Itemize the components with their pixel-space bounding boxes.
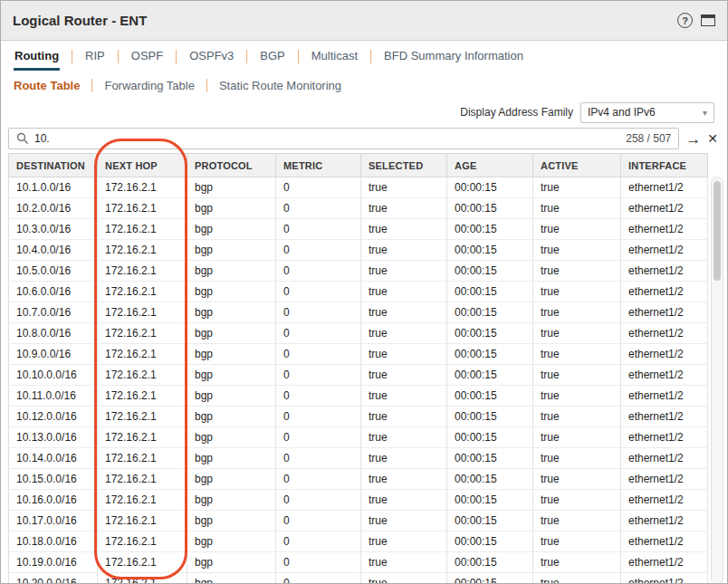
table-cell: 172.16.2.1 (98, 490, 187, 511)
table-row[interactable]: 10.17.0.0/16172.16.2.1bgp0true00:00:15tr… (9, 511, 708, 531)
table-cell: 172.16.2.1 (98, 240, 187, 261)
subtab-route-table[interactable]: Route Table (14, 79, 80, 92)
table-cell: 00:00:15 (447, 219, 533, 240)
tab-ospfv3[interactable]: OSPFv3 (188, 42, 235, 71)
table-row[interactable]: 10.10.0.0/16172.16.2.1bgp0true00:00:15tr… (9, 365, 708, 386)
table-row[interactable]: 10.5.0.0/16172.16.2.1bgp0true00:00:15tru… (9, 261, 708, 282)
table-row[interactable]: 10.1.0.0/16172.16.2.1bgp0true00:00:15tru… (9, 177, 708, 198)
table-cell: 0 (276, 573, 361, 584)
table-cell: bgp (187, 573, 276, 584)
clear-filter-icon[interactable]: ✕ (707, 132, 720, 145)
tab-bgp[interactable]: BGP (259, 42, 285, 71)
table-cell: bgp (187, 552, 276, 573)
table-row[interactable]: 10.20.0.0/16172.16.2.1bgp0true00:00:15tr… (9, 573, 708, 584)
table-cell: bgp (187, 198, 276, 219)
table-cell: 00:00:15 (447, 344, 533, 365)
table-cell: true (361, 261, 447, 282)
column-header-interface[interactable]: INTERFACE (621, 154, 708, 177)
table-cell: ethernet1/2 (621, 448, 708, 469)
table-row[interactable]: 10.14.0.0/16172.16.2.1bgp0true00:00:15tr… (9, 448, 708, 469)
table-row[interactable]: 10.16.0.0/16172.16.2.1bgp0true00:00:15tr… (9, 490, 708, 511)
table-cell: 172.16.2.1 (98, 386, 187, 407)
table-cell: true (533, 365, 621, 386)
table-cell: 10.14.0.0/16 (9, 448, 98, 469)
table-row[interactable]: 10.9.0.0/16172.16.2.1bgp0true00:00:15tru… (9, 344, 708, 365)
table-row[interactable]: 10.13.0.0/16172.16.2.1bgp0true00:00:15tr… (9, 427, 708, 448)
table-cell: 172.16.2.1 (98, 573, 187, 584)
table-cell: 00:00:15 (447, 177, 533, 198)
tab-multicast[interactable]: Multicast (311, 42, 359, 71)
tab-bfd-summary-information[interactable]: BFD Summary Information (383, 42, 524, 71)
table-cell: true (533, 427, 621, 448)
table-cell: 0 (276, 302, 361, 323)
table-row[interactable]: 10.6.0.0/16172.16.2.1bgp0true00:00:15tru… (9, 282, 708, 302)
column-header-protocol[interactable]: PROTOCOL (187, 154, 276, 177)
table-cell: true (533, 407, 621, 427)
tab-separator (370, 50, 371, 63)
column-header-selected[interactable]: SELECTED (361, 154, 447, 177)
table-cell: 172.16.2.1 (98, 511, 187, 531)
table-cell: 0 (276, 219, 361, 240)
table-cell: bgp (187, 427, 276, 448)
table-cell: 172.16.2.1 (98, 302, 187, 323)
table-row[interactable]: 10.3.0.0/16172.16.2.1bgp0true00:00:15tru… (9, 219, 708, 240)
table-cell: 0 (276, 427, 361, 448)
table-cell: ethernet1/2 (621, 427, 708, 448)
table-cell: 00:00:15 (447, 386, 533, 407)
table-row[interactable]: 10.18.0.0/16172.16.2.1bgp0true00:00:15tr… (9, 531, 708, 552)
tab-rip[interactable]: RIP (84, 42, 106, 71)
column-header-age[interactable]: AGE (447, 154, 533, 177)
table-cell: ethernet1/2 (621, 490, 708, 511)
tab-ospf[interactable]: OSPF (130, 42, 164, 71)
table-cell: bgp (187, 344, 276, 365)
table-cell: bgp (187, 531, 276, 552)
vertical-scrollbar[interactable] (711, 177, 723, 584)
search-input[interactable] (34, 132, 620, 145)
table-cell: 10.7.0.0/16 (9, 302, 98, 323)
column-header-metric[interactable]: METRIC (276, 154, 361, 177)
table-cell: true (533, 552, 621, 573)
table-row[interactable]: 10.19.0.0/16172.16.2.1bgp0true00:00:15tr… (9, 552, 708, 573)
table-row[interactable]: 10.8.0.0/16172.16.2.1bgp0true00:00:15tru… (9, 323, 708, 344)
table-cell: 00:00:15 (447, 531, 533, 552)
table-row[interactable]: 10.11.0.0/16172.16.2.1bgp0true00:00:15tr… (9, 386, 708, 407)
table-cell: 00:00:15 (447, 511, 533, 531)
column-header-next-hop[interactable]: NEXT HOP (98, 154, 187, 177)
table-cell: true (533, 219, 621, 240)
help-icon[interactable]: ? (677, 13, 693, 28)
table-cell: 10.20.0.0/16 (9, 573, 98, 584)
subtab-static-route-monitoring[interactable]: Static Route Monitoring (219, 79, 341, 92)
table-cell: ethernet1/2 (621, 531, 708, 552)
table-cell: 172.16.2.1 (98, 344, 187, 365)
table-cell: true (361, 386, 447, 407)
window-icon[interactable] (701, 14, 715, 26)
scrollbar-thumb[interactable] (714, 181, 721, 281)
table-row[interactable]: 10.15.0.0/16172.16.2.1bgp0true00:00:15tr… (9, 469, 708, 490)
table-cell: 00:00:15 (447, 323, 533, 344)
table-cell: 00:00:15 (447, 282, 533, 302)
table-row[interactable]: 10.12.0.0/16172.16.2.1bgp0true00:00:15tr… (9, 407, 708, 427)
column-header-destination[interactable]: DESTINATION (9, 154, 98, 177)
tab-routing[interactable]: Routing (14, 42, 60, 71)
column-header-active[interactable]: ACTIVE (533, 154, 621, 177)
table-cell: 10.3.0.0/16 (9, 219, 98, 240)
table-cell: 00:00:15 (447, 302, 533, 323)
table-cell: bgp (187, 323, 276, 344)
table-cell: 0 (276, 469, 361, 490)
table-row[interactable]: 10.7.0.0/16172.16.2.1bgp0true00:00:15tru… (9, 302, 708, 323)
table-cell: true (361, 448, 447, 469)
table-cell: ethernet1/2 (621, 344, 708, 365)
table-cell: 0 (276, 177, 361, 198)
subtab-forwarding-table[interactable]: Forwarding Table (104, 79, 194, 92)
table-cell: 0 (276, 323, 361, 344)
apply-filter-icon[interactable]: → (685, 131, 701, 147)
table-row[interactable]: 10.4.0.0/16172.16.2.1bgp0true00:00:15tru… (9, 240, 708, 261)
table-cell: ethernet1/2 (621, 386, 708, 407)
address-family-select[interactable]: IPv4 and IPv6 ▾ (580, 102, 714, 123)
table-cell: true (533, 323, 621, 344)
tab-separator (72, 50, 72, 63)
table-cell: true (361, 302, 447, 323)
table-cell: ethernet1/2 (621, 198, 708, 219)
table-row[interactable]: 10.2.0.0/16172.16.2.1bgp0true00:00:15tru… (9, 198, 708, 219)
address-family-value: IPv4 and IPv6 (588, 106, 656, 119)
